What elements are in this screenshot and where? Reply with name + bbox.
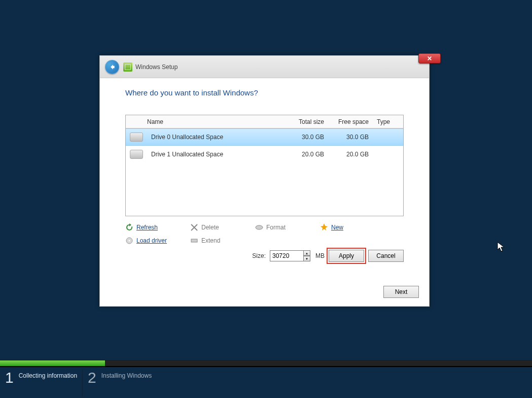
drive-free: 20.0 GB: [328, 151, 373, 158]
svg-rect-5: [191, 239, 197, 242]
steps-row: 1 Collecting information 2 Installing Wi…: [0, 367, 532, 397]
apply-button[interactable]: Apply: [329, 250, 364, 262]
size-unit: MB: [315, 252, 325, 259]
titlebar: Windows Setup: [100, 56, 429, 78]
arrow-left-icon: [109, 63, 116, 71]
disc-icon: [125, 237, 133, 245]
drive-row[interactable]: Drive 1 Unallocated Space 20.0 GB 20.0 G…: [126, 146, 403, 163]
col-type[interactable]: Type: [373, 118, 403, 125]
drive-row[interactable]: Drive 0 Unallocated Space 30.0 GB 30.0 G…: [126, 128, 403, 146]
format-label: Format: [266, 224, 286, 231]
svg-point-4: [129, 240, 130, 242]
new-link[interactable]: New: [320, 223, 385, 231]
extend-link: Extend: [190, 237, 255, 245]
refresh-icon: [125, 223, 133, 231]
next-button[interactable]: Next: [383, 286, 419, 298]
drive-free: 30.0 GB: [328, 134, 373, 141]
step-collecting: 1 Collecting information: [0, 367, 82, 397]
drive-total: 30.0 GB: [283, 134, 328, 141]
drive-table: Name Total size Free space Type Drive 0 …: [125, 115, 404, 216]
load-driver-link[interactable]: Load driver: [125, 237, 190, 245]
spinner-up[interactable]: ▲: [303, 250, 310, 256]
step-number: 2: [88, 370, 96, 385]
drive-icon: [130, 132, 143, 142]
step-label: Installing Windows: [101, 370, 152, 379]
extend-label: Extend: [201, 237, 220, 244]
drive-toolbar: Refresh Delete Format New Load driver Ex…: [125, 223, 404, 262]
new-label: New: [331, 224, 343, 231]
delete-label: Delete: [201, 224, 219, 231]
format-link: Format: [255, 223, 320, 231]
format-icon: [255, 223, 263, 231]
delete-link: Delete: [190, 223, 255, 231]
back-button[interactable]: [105, 60, 119, 74]
step-number: 1: [5, 370, 14, 385]
col-free[interactable]: Free space: [328, 118, 373, 125]
page-heading: Where do you want to install Windows?: [125, 88, 404, 97]
extend-icon: [190, 237, 198, 245]
setup-icon: [123, 62, 132, 72]
drive-name: Drive 0 Unallocated Space: [147, 134, 283, 141]
spinner-down[interactable]: ▼: [303, 256, 310, 261]
progress-fill: [0, 360, 105, 366]
drive-name: Drive 1 Unallocated Space: [147, 151, 283, 158]
size-label: Size:: [252, 252, 266, 259]
cursor-icon: [497, 242, 505, 253]
table-header: Name Total size Free space Type: [126, 115, 403, 128]
step-installing: 2 Installing Windows: [83, 367, 157, 397]
close-icon: [427, 56, 432, 61]
step-bar: 1 Collecting information 2 Installing Wi…: [0, 360, 532, 398]
step-label: Collecting information: [19, 370, 77, 379]
load-driver-label: Load driver: [136, 237, 167, 244]
size-group: Size: ▲ ▼ MB Apply Cancel: [252, 250, 404, 262]
delete-icon: [190, 223, 198, 231]
progress-track: [0, 360, 532, 367]
drive-icon: [130, 150, 143, 159]
dialog-content: Where do you want to install Windows? Na…: [100, 78, 429, 270]
close-button[interactable]: [418, 53, 441, 63]
size-input[interactable]: [270, 250, 307, 261]
col-total[interactable]: Total size: [283, 118, 328, 125]
svg-point-2: [256, 225, 263, 229]
setup-dialog: Windows Setup Where do you want to insta…: [99, 55, 430, 307]
window-title: Windows Setup: [135, 63, 178, 71]
refresh-label: Refresh: [136, 224, 158, 231]
cancel-button[interactable]: Cancel: [368, 250, 404, 262]
drive-total: 20.0 GB: [283, 151, 328, 158]
new-icon: [320, 223, 328, 231]
refresh-link[interactable]: Refresh: [125, 223, 190, 231]
col-name[interactable]: Name: [147, 118, 283, 125]
